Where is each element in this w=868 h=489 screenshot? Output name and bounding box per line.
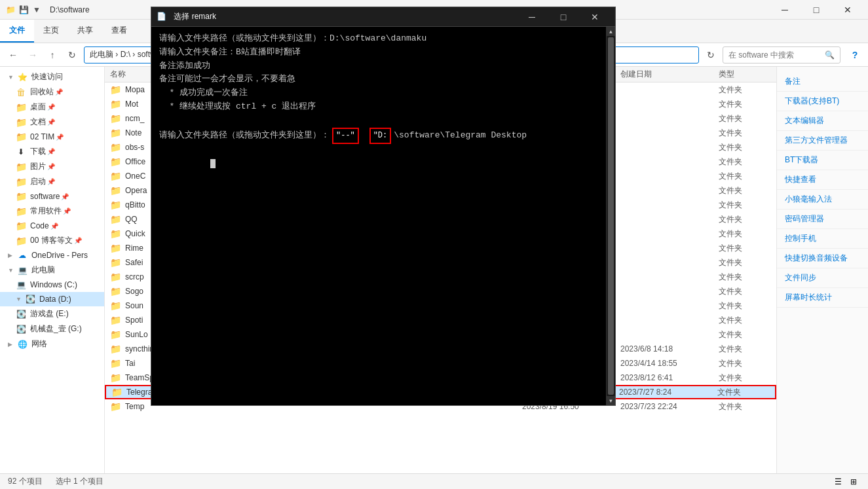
file-name-text: Opera [125,186,147,195]
file-name-text: OneC [125,172,145,181]
right-panel-item[interactable]: 文本编辑器 [777,111,868,131]
file-type-cell: 文件夹 [719,401,771,412]
right-panel-item[interactable]: 密码管理器 [777,209,868,229]
file-name-text: Sogo [125,287,143,296]
sidebar-quick-access[interactable]: ▼ ⭐ 快速访问 [0,69,104,84]
sidebar-onedrive[interactable]: ▶ ☁ OneDrive - Pers [0,248,104,263]
scroll-thumb[interactable] [608,37,614,395]
sidebar-mechdrive[interactable]: 💽 机械盘_壹 (G:) [0,321,104,336]
minimize-button[interactable]: ─ [770,0,800,20]
right-panel-item[interactable]: 快捷查看 [777,170,868,190]
sidebar-software[interactable]: 📁 software 📌 [0,189,104,204]
title-bar-controls: ─ □ ✕ [770,0,863,20]
sidebar-gamedrive[interactable]: 💽 游戏盘 (E:) [0,306,104,321]
folder-icon-cell: 📁 [111,387,123,397]
sidebar-thispc[interactable]: ▼ 💻 此电脑 [0,263,104,278]
right-panel-item[interactable]: BT下载器 [777,151,868,170]
thispc-icon: 💻 [17,265,28,276]
blog-icon: 📁 [16,236,26,246]
sidebar-pictures[interactable]: 📁 图片 📌 [0,159,104,174]
right-panel: 备注下载器(支持BT)文本编辑器第三方文件管理器BT下载器快捷查看小狼毫输入法密… [776,67,868,473]
right-panel-item[interactable]: 文件同步 [777,268,868,288]
folder-icon-cell: 📁 [110,344,121,354]
search-input[interactable] [728,50,822,60]
file-type-cell: 文件夹 [719,171,771,182]
right-panel-item[interactable]: 第三方文件管理器 [777,131,868,151]
term-line-3: 备注添加成功 [159,60,598,73]
folder-icon-cell: 📁 [110,214,121,225]
forward-button[interactable]: → [25,47,41,63]
list-view-btn[interactable]: ☰ [831,475,844,488]
file-type-cell: 文件夹 [717,387,770,398]
pin5-icon: 📌 [47,148,55,155]
term-line-4: 备注可能过一会才会显示，不要着急 [159,73,598,86]
term-minimize[interactable]: ─ [517,7,547,27]
right-panel-item[interactable]: 控制手机 [777,229,868,249]
file-name-text: Mot [125,100,138,109]
help-button[interactable]: ? [847,47,863,63]
file-modified-cell: 2023/7/27 8:24 [619,388,717,397]
pin4-icon: 📌 [56,134,64,141]
grid-view-btn[interactable]: ⊞ [847,475,860,488]
download-icon: ⬇ [16,147,26,157]
term-path: \software\Telegram Desktop [394,129,527,143]
col-modified[interactable]: 创建日期 [620,69,719,80]
right-panel-item[interactable]: 快捷切换音频设备 [777,249,868,268]
scroll-down[interactable]: ▼ [607,396,615,405]
term-cursor [210,159,216,168]
terminal-scrollbar[interactable]: ▲ ▼ [606,27,615,405]
tab-file[interactable]: 文件 [0,20,34,43]
sidebar-windrive[interactable]: 💻 Windows (C:) [0,278,104,292]
dropdown-icon[interactable]: ▼ [31,5,42,15]
code-icon: 📁 [16,221,26,231]
sidebar-network[interactable]: ▶ 🌐 网络 [0,336,104,352]
sidebar-docs[interactable]: 📁 文档 📌 [0,115,104,130]
onedrive-expand: ▶ [8,252,14,259]
refresh-btn2[interactable]: ↻ [703,47,719,63]
term-maximize[interactable]: □ [548,7,578,27]
scroll-up[interactable]: ▲ [607,27,615,36]
file-type-cell: 文件夹 [719,300,771,312]
folder-icon-cell: 📁 [110,243,121,253]
file-type-cell: 文件夹 [719,185,771,196]
right-panel-item[interactable]: 小狼毫输入法 [777,190,868,209]
folder-icon-cell: 📁 [110,99,121,109]
docs-icon: 📁 [16,117,26,128]
sidebar-datadrive[interactable]: ▼ 💽 Data (D:) [0,292,104,306]
folder-icon-cell: 📁 [110,272,121,282]
save-icon-small: 💾 [18,5,29,15]
terminal-window: 📄 选择 remark ─ □ ✕ 请输入文件夹路径（或拖动文件夹到这里）：D:… [151,7,616,406]
term-line-7 [159,114,598,128]
term-line-1: 请输入文件夹路径（或拖动文件夹到这里）：D:\software\danmaku [159,32,598,46]
network-icon: 🌐 [17,339,28,350]
tab-share[interactable]: 共享 [68,20,102,43]
thispc-expand: ▼ [8,267,14,274]
sidebar-code[interactable]: 📁 Code 📌 [0,219,104,233]
close-button[interactable]: ✕ [833,0,863,20]
sidebar-download[interactable]: ⬇ 下载 📌 [0,144,104,159]
folder-icon-cell: 📁 [110,200,121,210]
file-type-cell: 文件夹 [719,128,771,139]
sidebar-startup[interactable]: 📁 启动 📌 [0,174,104,189]
tab-home[interactable]: 主页 [34,20,68,43]
maximize-button[interactable]: □ [801,0,831,20]
right-panel-item[interactable]: 屏幕时长统计 [777,288,868,308]
tab-view[interactable]: 查看 [102,20,136,43]
title-bar-icons: 📁 💾 ▼ [5,5,42,15]
sidebar-blog[interactable]: 📁 00 博客等文 📌 [0,233,104,248]
sidebar-desktop[interactable]: 📁 桌面 📌 [0,100,104,115]
folder-icon-cell: 📁 [110,128,121,138]
sidebar-recycle[interactable]: 🗑 回收站 📌 [0,84,104,100]
search-box[interactable]: 🔍 [723,46,840,63]
sidebar-common[interactable]: 📁 常用软件 📌 [0,204,104,219]
col-type[interactable]: 类型 [719,69,771,80]
back-button[interactable]: ← [5,47,21,63]
file-name-text: ncm_ [125,114,144,123]
term-close[interactable]: ✕ [580,7,610,27]
folder-icon-cell: 📁 [110,113,121,124]
right-panel-item[interactable]: 下载器(支持BT) [777,92,868,111]
up-button[interactable]: ↑ [45,47,60,63]
right-panel-item[interactable]: 备注 [777,72,868,92]
sidebar-02tim[interactable]: 📁 02 TIM 📌 [0,130,104,144]
refresh-button[interactable]: ↻ [64,47,80,63]
